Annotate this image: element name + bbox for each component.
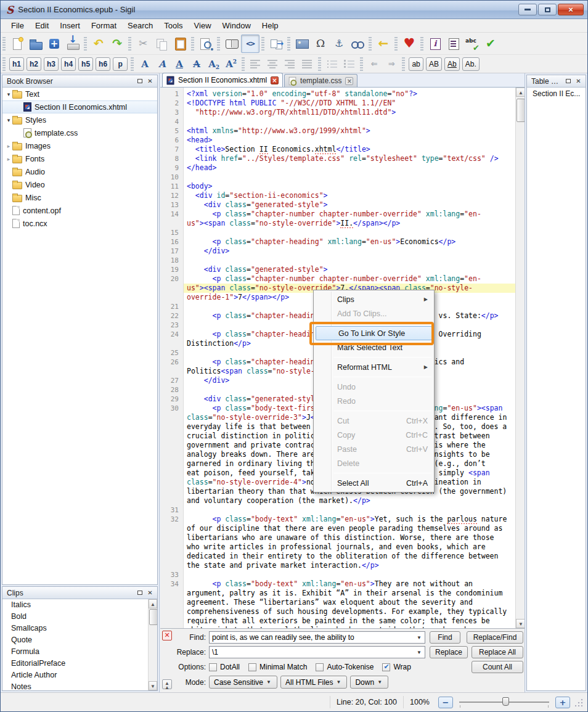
- heading-p-button[interactable]: p: [113, 57, 128, 71]
- clip-item-quote[interactable]: Quote: [2, 634, 148, 646]
- metadata-button[interactable]: [426, 35, 444, 53]
- tab-section-ii-economics-xhtml[interactable]: Section II Economics.xhtml×: [162, 73, 283, 87]
- numbered-list-button[interactable]: [341, 56, 358, 72]
- checkbox-unchecked-icon[interactable]: [209, 663, 217, 671]
- toc-list[interactable]: Section II Ec...: [527, 88, 586, 690]
- tab-close-icon[interactable]: ×: [271, 76, 279, 84]
- twisty-collapsed-icon[interactable]: ▸: [5, 143, 12, 149]
- new-button[interactable]: [8, 35, 27, 53]
- heading-h3-button[interactable]: h3: [44, 57, 59, 71]
- index-button[interactable]: [444, 35, 463, 53]
- toolbar-handle[interactable]: [191, 37, 194, 51]
- replace-find-button[interactable]: Replace/Find: [467, 631, 523, 644]
- paste-button[interactable]: [171, 35, 189, 53]
- mode-dropdown-down[interactable]: Down▼: [350, 676, 388, 689]
- menu-edit[interactable]: Edit: [30, 20, 54, 31]
- align-right-button[interactable]: [282, 56, 299, 72]
- tab-close-icon[interactable]: ×: [345, 77, 353, 85]
- italic-button[interactable]: [153, 56, 171, 72]
- checkbox-unchecked-icon[interactable]: [316, 663, 324, 671]
- case-ab-button[interactable]: AB: [426, 57, 442, 71]
- context-item-mark-selected-text[interactable]: Mark Selected Text: [315, 340, 433, 354]
- toolbar-handle[interactable]: [84, 37, 87, 51]
- zoom-slider[interactable]: [458, 696, 550, 708]
- scroll-up-icon[interactable]: ▲: [149, 599, 157, 608]
- indent-decrease-button[interactable]: ⇐: [365, 56, 383, 72]
- toolbar-handle[interactable]: [360, 57, 363, 71]
- context-item-clips[interactable]: Clips▶: [315, 292, 433, 306]
- tree-item-video[interactable]: Video: [2, 178, 157, 191]
- toolbar-handle[interactable]: [128, 37, 131, 51]
- option-dotall[interactable]: DotAll: [209, 663, 240, 671]
- zoom-out-button[interactable]: −: [438, 697, 453, 708]
- scroll-down-icon[interactable]: ▼: [149, 681, 157, 690]
- heading-h5-button[interactable]: h5: [78, 57, 93, 71]
- checkbox-checked-icon[interactable]: [382, 663, 390, 671]
- case-ab-button[interactable]: Ab.: [462, 57, 480, 71]
- menu-format[interactable]: Format: [86, 20, 122, 31]
- clip-item-italics[interactable]: Italics: [2, 599, 148, 611]
- open-button[interactable]: [27, 35, 45, 53]
- replace-input[interactable]: [210, 647, 414, 657]
- tree-item-audio[interactable]: Audio: [2, 165, 157, 178]
- close-panel-button[interactable]: ✕: [574, 77, 583, 86]
- underline-button[interactable]: [171, 56, 188, 72]
- bold-button[interactable]: [136, 56, 153, 72]
- context-item-reformat-html[interactable]: Reformat HTML▶: [315, 360, 433, 374]
- bullet-list-button[interactable]: [324, 56, 341, 72]
- slider-thumb[interactable]: [502, 697, 509, 706]
- clip-item-article-author[interactable]: Article Author: [2, 669, 148, 681]
- toolbar-handle[interactable]: [131, 57, 134, 71]
- twisty-expanded-icon[interactable]: ▾: [5, 91, 12, 97]
- align-justify-button[interactable]: [299, 56, 316, 72]
- find-input[interactable]: [210, 632, 414, 642]
- menu-file[interactable]: File: [6, 20, 30, 31]
- resize-grip[interactable]: [575, 698, 584, 706]
- heading-h1-button[interactable]: h1: [9, 57, 24, 71]
- chevron-down-icon[interactable]: ▼: [414, 650, 425, 655]
- heading-h2-button[interactable]: h2: [27, 57, 41, 71]
- redo-button[interactable]: [108, 35, 126, 53]
- title-bar[interactable]: S Section II Economics.epub - Sigil ×: [1, 1, 587, 19]
- subscript-button[interactable]: [205, 56, 223, 72]
- image-button[interactable]: [293, 35, 311, 53]
- mode-dropdown-case-sensitive[interactable]: Case Sensitive▼: [209, 676, 277, 689]
- option-minimal-match[interactable]: Minimal Match: [248, 663, 307, 671]
- tree-item-template-css[interactable]: template.css: [2, 126, 157, 139]
- tab-template-css[interactable]: template.css×: [284, 74, 357, 87]
- code-view-button[interactable]: [241, 35, 259, 53]
- toolbar-handle[interactable]: [261, 37, 264, 51]
- save-button[interactable]: [63, 35, 82, 53]
- toolbar-handle[interactable]: [287, 37, 290, 51]
- chevron-down-icon[interactable]: ▼: [414, 635, 425, 640]
- tree-item-section-ii-economics-xhtml[interactable]: Section II Economics.xhtml: [2, 100, 157, 113]
- menu-help[interactable]: Help: [256, 20, 284, 31]
- case-ab-button[interactable]: ab: [409, 57, 423, 71]
- toolbar-handle[interactable]: [242, 57, 245, 71]
- book-browser-tree[interactable]: ▾TextSection II Economics.xhtml▾Styleste…: [2, 88, 157, 584]
- toolbar-handle[interactable]: [217, 37, 220, 51]
- checkbox-unchecked-icon[interactable]: [248, 663, 256, 671]
- clips-list[interactable]: ItalicsBoldSmallcapsQuoteFormulaEditoria…: [2, 599, 148, 690]
- float-panel-button[interactable]: [135, 589, 144, 597]
- strikethrough-button[interactable]: [188, 56, 205, 72]
- clip-item-editorialpreface[interactable]: EditorialPreface: [2, 658, 148, 669]
- context-item-go-to-link-or-style[interactable]: Go To Link Or Style: [316, 326, 432, 340]
- option-auto-tokenise[interactable]: Auto-Tokenise: [316, 663, 374, 671]
- maximize-button[interactable]: [538, 4, 557, 15]
- back-button[interactable]: [374, 35, 393, 53]
- tree-item-text[interactable]: ▾Text: [2, 88, 157, 100]
- toc-item-section-ii-ec[interactable]: Section II Ec...: [527, 88, 586, 100]
- find-button[interactable]: [197, 35, 215, 53]
- close-button[interactable]: ×: [558, 4, 584, 15]
- clip-item-smallcaps[interactable]: Smallcaps: [2, 623, 148, 634]
- minimize-button[interactable]: [518, 4, 537, 15]
- anchor-button[interactable]: [330, 35, 348, 53]
- replace-all-button[interactable]: Replace All: [472, 646, 523, 658]
- twisty-expanded-icon[interactable]: ▾: [5, 117, 12, 123]
- clip-item-notes[interactable]: Notes: [2, 681, 148, 690]
- find-expand-button[interactable]: ▲▲: [162, 679, 172, 689]
- book-view-button[interactable]: [223, 35, 241, 53]
- find-button[interactable]: Find: [430, 631, 460, 644]
- toolbar-handle[interactable]: [2, 37, 6, 51]
